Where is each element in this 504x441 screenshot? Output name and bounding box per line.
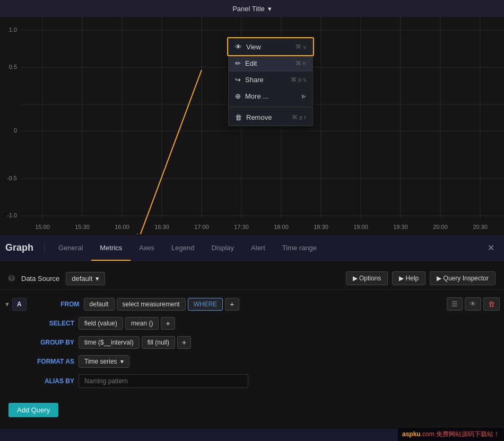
group-by-row: GROUP BY time ($__interval) fill (null) … bbox=[4, 334, 500, 351]
edit-shortcut: ⌘ e bbox=[296, 60, 306, 67]
panel-title-text: Panel Title bbox=[232, 5, 265, 13]
svg-text:15:00: 15:00 bbox=[35, 224, 50, 230]
tab-alert[interactable]: Alert bbox=[242, 235, 274, 261]
select-fn-chip[interactable]: mean () bbox=[125, 317, 159, 330]
svg-text:18:30: 18:30 bbox=[314, 224, 328, 230]
svg-text:19:30: 19:30 bbox=[393, 224, 408, 230]
tab-general[interactable]: General bbox=[50, 235, 91, 261]
format-as-select[interactable]: Time series ▾ bbox=[79, 355, 129, 368]
group-by-add-button[interactable]: + bbox=[177, 336, 191, 349]
svg-text:17:00: 17:00 bbox=[194, 224, 209, 230]
view-shortcut: ⌘ v bbox=[296, 43, 306, 50]
alias-input[interactable] bbox=[79, 374, 248, 388]
watermark-suffix: 免费网站源码下载站！ bbox=[436, 430, 500, 438]
from-measurement-chip[interactable]: select measurement bbox=[117, 298, 186, 311]
options-button[interactable]: ▶ Options bbox=[346, 271, 388, 285]
add-query-row: Add Query bbox=[0, 398, 504, 422]
tab-axes[interactable]: Axes bbox=[131, 235, 163, 261]
remove-icon: 🗑 bbox=[235, 113, 242, 121]
datasource-select[interactable]: default ▾ bbox=[66, 272, 105, 285]
svg-text:0: 0 bbox=[14, 127, 17, 134]
tab-general-label: General bbox=[58, 244, 83, 252]
query-eye-button[interactable]: 👁 bbox=[465, 297, 481, 311]
query-builder: ▼ A FROM default select measurement WHER… bbox=[0, 290, 504, 398]
menu-item-view[interactable]: 👁 View ⌘ v bbox=[229, 39, 312, 55]
svg-text:20:00: 20:00 bbox=[433, 224, 448, 230]
help-label: ▶ Help bbox=[399, 275, 419, 282]
edit-label: Edit bbox=[245, 59, 257, 67]
tab-metrics[interactable]: Metrics bbox=[91, 235, 131, 261]
add-query-button[interactable]: Add Query bbox=[8, 403, 58, 417]
where-label: WHERE bbox=[194, 301, 218, 308]
menu-item-remove[interactable]: 🗑 Remove ⌘ p r bbox=[229, 109, 312, 126]
svg-text:18:00: 18:00 bbox=[274, 224, 289, 230]
svg-text:-1.0: -1.0 bbox=[7, 212, 17, 218]
alias-by-row: ALIAS BY bbox=[4, 372, 500, 390]
remove-shortcut: ⌘ p r bbox=[292, 114, 306, 121]
query-menu-button[interactable]: ☰ bbox=[447, 297, 463, 311]
where-chip[interactable]: WHERE bbox=[188, 298, 223, 311]
remove-label: Remove bbox=[246, 113, 272, 121]
group-by-fill-chip[interactable]: fill (null) bbox=[142, 336, 175, 349]
tab-alert-label: Alert bbox=[251, 244, 265, 252]
share-label: Share bbox=[245, 76, 264, 84]
view-label: View bbox=[246, 43, 261, 51]
help-button[interactable]: ▶ Help bbox=[392, 271, 425, 285]
from-measurement-value: select measurement bbox=[123, 301, 180, 308]
share-icon: ↪ bbox=[235, 76, 241, 84]
tab-legend[interactable]: Legend bbox=[163, 235, 203, 261]
tab-timerange[interactable]: Time range bbox=[274, 235, 325, 261]
tabs-section: Graph General Metrics Axes Legend Displa… bbox=[0, 234, 504, 429]
panel-type-label: Graph bbox=[5, 242, 45, 253]
query-inspector-button[interactable]: ▶ Query Inspector bbox=[430, 271, 496, 285]
tab-display-label: Display bbox=[211, 244, 234, 252]
query-row-actions: ☰ 👁 🗑 bbox=[447, 297, 500, 311]
svg-text:19:00: 19:00 bbox=[353, 224, 368, 230]
query-inspector-label: ▶ Query Inspector bbox=[437, 275, 489, 282]
query-delete-button[interactable]: 🗑 bbox=[483, 297, 500, 311]
from-db-chip[interactable]: default bbox=[84, 298, 115, 311]
watermark-site: aspku bbox=[402, 430, 421, 438]
select-row: SELECT field (value) mean () + bbox=[4, 315, 500, 332]
alias-by-label: ALIAS BY bbox=[32, 377, 74, 385]
format-as-value: Time series bbox=[84, 358, 117, 365]
svg-text:-0.5: -0.5 bbox=[7, 175, 17, 181]
tabs-header: Graph General Metrics Axes Legend Displa… bbox=[0, 235, 504, 261]
panel-context-menu: 👁 View ⌘ v ✏ Edit ⌘ e ↪ Share ⌘ p s ⊕ Mo… bbox=[228, 38, 313, 126]
group-by-time-chip[interactable]: time ($__interval) bbox=[79, 336, 140, 349]
metrics-content: ⛁ Data Source default ▾ ▶ Options ▶ Help… bbox=[0, 261, 504, 429]
more-arrow: ▶ bbox=[302, 93, 306, 100]
select-field-chip[interactable]: field (value) bbox=[79, 317, 123, 330]
datasource-row: ⛁ Data Source default ▾ ▶ Options ▶ Help… bbox=[0, 267, 504, 290]
panel-title-button[interactable]: Panel Title ▾ bbox=[232, 5, 272, 13]
group-by-fill-value: fill (null) bbox=[147, 339, 169, 346]
menu-item-more[interactable]: ⊕ More ... ▶ bbox=[229, 88, 312, 104]
menu-item-edit[interactable]: ✏ Edit ⌘ e bbox=[229, 55, 312, 72]
datasource-caret: ▾ bbox=[95, 275, 99, 283]
datasource-label: Data Source bbox=[21, 275, 59, 283]
datasource-value: default bbox=[72, 275, 92, 283]
graph-area: 1.0 0.5 0 -0.5 -1.0 15:00 15:30 16:00 16… bbox=[0, 17, 504, 234]
svg-text:16:00: 16:00 bbox=[115, 224, 129, 230]
select-add-button[interactable]: + bbox=[161, 317, 175, 330]
format-as-row: FORMAT AS Time series ▾ bbox=[4, 353, 500, 370]
menu-item-share[interactable]: ↪ Share ⌘ p s bbox=[229, 72, 312, 88]
tab-display[interactable]: Display bbox=[203, 235, 242, 261]
query-collapse-button[interactable]: ▼ bbox=[4, 301, 10, 307]
panel-close-button[interactable]: ✕ bbox=[483, 239, 499, 257]
where-add-button[interactable]: + bbox=[225, 298, 239, 311]
tab-timerange-label: Time range bbox=[282, 244, 317, 252]
menu-divider bbox=[229, 107, 312, 107]
datasource-actions: ▶ Options ▶ Help ▶ Query Inspector bbox=[346, 271, 496, 285]
watermark: aspku.com 免费网站源码下载站！ bbox=[398, 428, 504, 441]
tab-legend-label: Legend bbox=[171, 244, 194, 252]
svg-text:17:30: 17:30 bbox=[234, 224, 249, 230]
options-label: ▶ Options bbox=[353, 275, 381, 282]
tab-axes-label: Axes bbox=[139, 244, 154, 252]
svg-text:16:30: 16:30 bbox=[154, 224, 169, 230]
group-by-time-value: time ($__interval) bbox=[84, 339, 134, 346]
more-icon: ⊕ bbox=[235, 92, 241, 100]
view-icon: 👁 bbox=[235, 43, 242, 51]
svg-text:20:30: 20:30 bbox=[473, 224, 488, 230]
select-field-value: field (value) bbox=[84, 320, 117, 327]
